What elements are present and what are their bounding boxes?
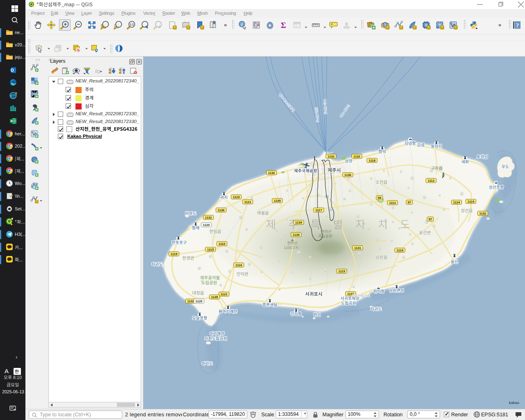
svg-text:ε: ε: [95, 68, 98, 74]
svg-text:1136: 1136: [218, 208, 225, 212]
svg-text:*: *: [400, 25, 402, 30]
svg-text:1131: 1131: [354, 246, 362, 250]
svg-text:1116: 1116: [219, 242, 226, 246]
svg-text:1116: 1116: [235, 263, 242, 267]
svg-text:1136: 1136: [345, 173, 352, 177]
svg-text:1115: 1115: [171, 252, 178, 256]
svg-text:1139: 1139: [295, 221, 303, 224]
svg-text:1115: 1115: [207, 248, 214, 251]
svg-text:*: *: [36, 200, 37, 203]
svg-text:1132: 1132: [328, 155, 335, 158]
svg-text:99: 99: [378, 196, 381, 200]
svg-text:1112: 1112: [428, 179, 435, 183]
svg-text:1119: 1119: [397, 249, 404, 252]
svg-text:1124: 1124: [453, 201, 461, 204]
svg-text:1132: 1132: [187, 299, 195, 303]
svg-text:1123: 1123: [233, 195, 240, 199]
svg-text:*: *: [174, 25, 176, 30]
svg-text:1119: 1119: [468, 200, 475, 203]
svg-text:97: 97: [408, 201, 411, 204]
svg-text:*: *: [187, 25, 189, 30]
svg-text:kakao: kakao: [509, 400, 519, 405]
svg-text:1132: 1132: [354, 155, 361, 158]
svg-text:1121: 1121: [244, 200, 252, 204]
svg-text:1117: 1117: [315, 208, 322, 212]
svg-text:Σ: Σ: [281, 21, 286, 30]
svg-text:1132: 1132: [205, 216, 212, 219]
svg-text:1115: 1115: [338, 269, 345, 273]
svg-text:97: 97: [429, 217, 432, 221]
svg-text:1135: 1135: [274, 199, 281, 203]
svg-text:1121: 1121: [221, 292, 228, 296]
svg-text:1132: 1132: [479, 212, 487, 215]
svg-text:1120: 1120: [203, 223, 210, 227]
svg-text:*: *: [387, 25, 388, 30]
svg-text:1120: 1120: [196, 299, 203, 303]
svg-text:1118: 1118: [369, 159, 376, 162]
svg-text:1139: 1139: [293, 233, 300, 237]
svg-text:*: *: [441, 25, 443, 30]
svg-text:1132: 1132: [268, 171, 276, 175]
svg-text:1:1: 1:1: [130, 23, 134, 26]
svg-text:?: ?: [516, 22, 519, 29]
svg-text:1135: 1135: [211, 295, 219, 299]
svg-text:*: *: [414, 25, 415, 30]
svg-text:1112: 1112: [389, 201, 396, 205]
svg-text:*: *: [455, 25, 457, 30]
svg-text:*: *: [428, 25, 429, 30]
svg-text:*: *: [201, 25, 203, 30]
